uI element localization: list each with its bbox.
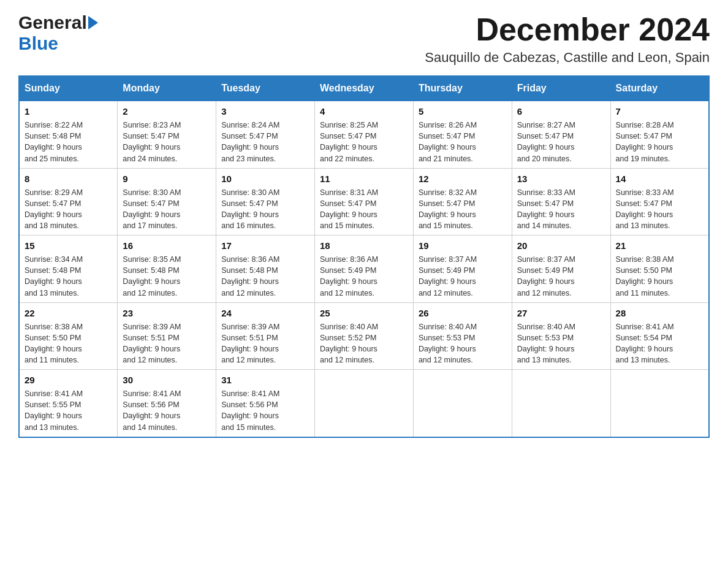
- day-number: 17: [221, 239, 309, 252]
- table-row: [315, 370, 414, 437]
- day-number: 4: [320, 105, 408, 118]
- day-number: 11: [320, 172, 408, 185]
- table-row: 28Sunrise: 8:41 AMSunset: 5:54 PMDayligh…: [610, 302, 709, 370]
- table-row: 1Sunrise: 8:22 AMSunset: 5:48 PMDaylight…: [19, 101, 118, 168]
- day-info: Sunrise: 8:30 AMSunset: 5:47 PMDaylight:…: [221, 187, 309, 232]
- day-number: 23: [123, 307, 211, 320]
- day-number: 8: [25, 172, 112, 185]
- table-row: 31Sunrise: 8:41 AMSunset: 5:56 PMDayligh…: [216, 370, 315, 437]
- day-info: Sunrise: 8:37 AMSunset: 5:49 PMDaylight:…: [419, 254, 507, 299]
- day-info: Sunrise: 8:41 AMSunset: 5:55 PMDaylight:…: [25, 388, 112, 433]
- day-number: 16: [123, 239, 211, 252]
- calendar-week-row: 1Sunrise: 8:22 AMSunset: 5:48 PMDaylight…: [19, 101, 709, 168]
- table-row: 11Sunrise: 8:31 AMSunset: 5:47 PMDayligh…: [315, 168, 414, 236]
- table-row: 21Sunrise: 8:38 AMSunset: 5:50 PMDayligh…: [610, 236, 709, 303]
- day-info: Sunrise: 8:41 AMSunset: 5:54 PMDaylight:…: [616, 321, 703, 366]
- day-number: 15: [25, 239, 112, 252]
- table-row: 12Sunrise: 8:32 AMSunset: 5:47 PMDayligh…: [413, 168, 512, 236]
- table-row: 26Sunrise: 8:40 AMSunset: 5:53 PMDayligh…: [413, 302, 512, 370]
- table-row: 4Sunrise: 8:25 AMSunset: 5:47 PMDaylight…: [315, 101, 414, 168]
- table-row: 23Sunrise: 8:39 AMSunset: 5:51 PMDayligh…: [118, 302, 216, 370]
- day-number: 12: [419, 172, 507, 185]
- month-title: December 2024: [425, 12, 710, 47]
- table-row: 19Sunrise: 8:37 AMSunset: 5:49 PMDayligh…: [413, 236, 512, 303]
- location-subtitle: Sauquillo de Cabezas, Castille and Leon,…: [425, 50, 710, 66]
- table-row: 8Sunrise: 8:29 AMSunset: 5:47 PMDaylight…: [19, 168, 118, 236]
- col-sunday: Sunday: [19, 76, 118, 101]
- day-number: 28: [616, 307, 703, 320]
- day-number: 29: [25, 373, 112, 386]
- day-info: Sunrise: 8:41 AMSunset: 5:56 PMDaylight:…: [123, 388, 211, 433]
- table-row: 25Sunrise: 8:40 AMSunset: 5:52 PMDayligh…: [315, 302, 414, 370]
- day-info: Sunrise: 8:32 AMSunset: 5:47 PMDaylight:…: [419, 187, 507, 232]
- logo-blue-text: Blue: [18, 33, 58, 53]
- col-thursday: Thursday: [413, 76, 512, 101]
- day-number: 25: [320, 307, 408, 320]
- table-row: 17Sunrise: 8:36 AMSunset: 5:48 PMDayligh…: [216, 236, 315, 303]
- table-row: 13Sunrise: 8:33 AMSunset: 5:47 PMDayligh…: [512, 168, 610, 236]
- table-row: 7Sunrise: 8:28 AMSunset: 5:47 PMDaylight…: [610, 101, 709, 168]
- day-number: 30: [123, 373, 211, 386]
- table-row: 10Sunrise: 8:30 AMSunset: 5:47 PMDayligh…: [216, 168, 315, 236]
- col-wednesday: Wednesday: [315, 76, 414, 101]
- day-info: Sunrise: 8:39 AMSunset: 5:51 PMDaylight:…: [123, 321, 211, 366]
- day-number: 27: [517, 307, 605, 320]
- day-info: Sunrise: 8:34 AMSunset: 5:48 PMDaylight:…: [25, 254, 112, 299]
- day-number: 19: [419, 239, 507, 252]
- day-number: 13: [517, 172, 605, 185]
- table-row: 6Sunrise: 8:27 AMSunset: 5:47 PMDaylight…: [512, 101, 610, 168]
- calendar-week-row: 29Sunrise: 8:41 AMSunset: 5:55 PMDayligh…: [19, 370, 709, 437]
- day-info: Sunrise: 8:37 AMSunset: 5:49 PMDaylight:…: [517, 254, 605, 299]
- day-number: 5: [419, 105, 507, 118]
- table-row: 3Sunrise: 8:24 AMSunset: 5:47 PMDaylight…: [216, 101, 315, 168]
- table-row: 29Sunrise: 8:41 AMSunset: 5:55 PMDayligh…: [19, 370, 118, 437]
- day-number: 18: [320, 239, 408, 252]
- table-row: 30Sunrise: 8:41 AMSunset: 5:56 PMDayligh…: [118, 370, 216, 437]
- table-row: 15Sunrise: 8:34 AMSunset: 5:48 PMDayligh…: [19, 236, 118, 303]
- day-number: 6: [517, 105, 605, 118]
- day-info: Sunrise: 8:26 AMSunset: 5:47 PMDaylight:…: [419, 120, 507, 164]
- day-info: Sunrise: 8:36 AMSunset: 5:48 PMDaylight:…: [221, 254, 309, 299]
- day-number: 2: [123, 105, 211, 118]
- day-number: 1: [25, 105, 112, 118]
- day-info: Sunrise: 8:40 AMSunset: 5:52 PMDaylight:…: [320, 321, 408, 366]
- table-row: 20Sunrise: 8:37 AMSunset: 5:49 PMDayligh…: [512, 236, 610, 303]
- table-row: [610, 370, 709, 437]
- day-number: 24: [221, 307, 309, 320]
- day-info: Sunrise: 8:39 AMSunset: 5:51 PMDaylight:…: [221, 321, 309, 366]
- day-number: 9: [123, 172, 211, 185]
- logo-general-text: General: [18, 12, 87, 33]
- table-row: 5Sunrise: 8:26 AMSunset: 5:47 PMDaylight…: [413, 101, 512, 168]
- day-info: Sunrise: 8:38 AMSunset: 5:50 PMDaylight:…: [616, 254, 703, 299]
- calendar-table: Sunday Monday Tuesday Wednesday Thursday…: [18, 75, 710, 438]
- day-info: Sunrise: 8:33 AMSunset: 5:47 PMDaylight:…: [616, 187, 703, 232]
- day-info: Sunrise: 8:38 AMSunset: 5:50 PMDaylight:…: [25, 321, 112, 366]
- day-info: Sunrise: 8:23 AMSunset: 5:47 PMDaylight:…: [123, 120, 211, 164]
- day-info: Sunrise: 8:29 AMSunset: 5:47 PMDaylight:…: [25, 187, 112, 232]
- col-friday: Friday: [512, 76, 610, 101]
- day-info: Sunrise: 8:31 AMSunset: 5:47 PMDaylight:…: [320, 187, 408, 232]
- calendar-week-row: 8Sunrise: 8:29 AMSunset: 5:47 PMDaylight…: [19, 168, 709, 236]
- day-number: 22: [25, 307, 112, 320]
- day-info: Sunrise: 8:25 AMSunset: 5:47 PMDaylight:…: [320, 120, 408, 164]
- table-row: 18Sunrise: 8:36 AMSunset: 5:49 PMDayligh…: [315, 236, 414, 303]
- table-row: [413, 370, 512, 437]
- day-number: 10: [221, 172, 309, 185]
- calendar-header-row: Sunday Monday Tuesday Wednesday Thursday…: [19, 76, 709, 101]
- day-info: Sunrise: 8:28 AMSunset: 5:47 PMDaylight:…: [616, 120, 703, 164]
- day-info: Sunrise: 8:36 AMSunset: 5:49 PMDaylight:…: [320, 254, 408, 299]
- table-row: [512, 370, 610, 437]
- day-number: 26: [419, 307, 507, 320]
- day-info: Sunrise: 8:24 AMSunset: 5:47 PMDaylight:…: [221, 120, 309, 164]
- logo-triangle-icon: [88, 16, 98, 29]
- day-info: Sunrise: 8:40 AMSunset: 5:53 PMDaylight:…: [517, 321, 605, 366]
- page-container: General Blue December 2024 Sauquillo de …: [18, 12, 710, 438]
- day-info: Sunrise: 8:30 AMSunset: 5:47 PMDaylight:…: [123, 187, 211, 232]
- calendar-week-row: 22Sunrise: 8:38 AMSunset: 5:50 PMDayligh…: [19, 302, 709, 370]
- table-row: 22Sunrise: 8:38 AMSunset: 5:50 PMDayligh…: [19, 302, 118, 370]
- day-info: Sunrise: 8:27 AMSunset: 5:47 PMDaylight:…: [517, 120, 605, 164]
- col-tuesday: Tuesday: [216, 76, 315, 101]
- table-row: 16Sunrise: 8:35 AMSunset: 5:48 PMDayligh…: [118, 236, 216, 303]
- day-info: Sunrise: 8:35 AMSunset: 5:48 PMDaylight:…: [123, 254, 211, 299]
- table-row: 14Sunrise: 8:33 AMSunset: 5:47 PMDayligh…: [610, 168, 709, 236]
